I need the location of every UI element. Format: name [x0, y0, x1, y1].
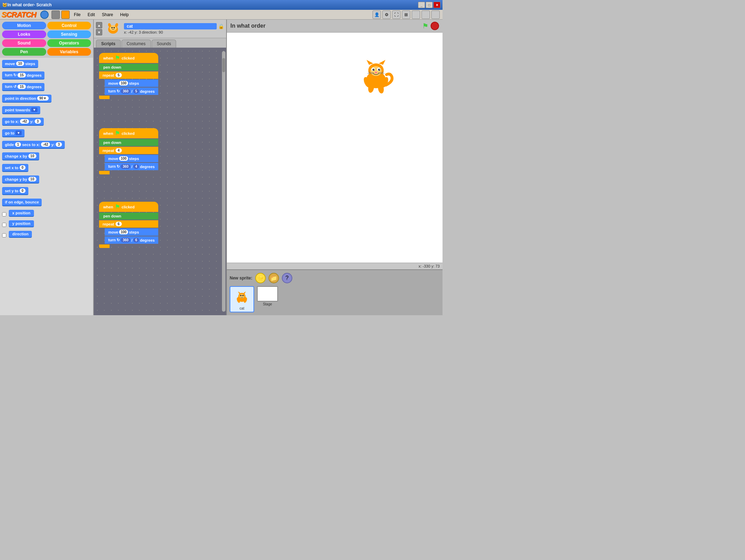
svg-marker-9	[367, 60, 373, 65]
globe-icon[interactable]	[40, 11, 49, 19]
tab-scripts[interactable]: Scripts	[96, 40, 121, 48]
zoom-icon[interactable]: ⊞	[402, 11, 410, 19]
stage-controls: ⚑	[422, 22, 439, 30]
file-menu[interactable]: File	[71, 12, 83, 18]
sprite-cat-thumb[interactable]: cat	[230, 286, 254, 312]
layout-icon2[interactable]	[422, 11, 430, 19]
folder-sprite-button[interactable]: 📁	[269, 273, 279, 283]
cat-thumb-label: cat	[239, 306, 244, 310]
svg-point-14	[378, 69, 380, 71]
scripts-scrollbar[interactable]	[222, 51, 225, 312]
edit-menu[interactable]: Edit	[85, 12, 98, 18]
lock-icon[interactable]: 🔒	[218, 23, 224, 29]
block-x-position[interactable]: x position	[9, 210, 34, 217]
block-move-steps[interactable]: move 10 steps	[2, 60, 38, 68]
sprites-row: cat Stage	[230, 286, 440, 312]
block-point-towards[interactable]: point towards ▼	[2, 106, 40, 114]
sprite-nav-down[interactable]: ▼	[96, 29, 102, 35]
layout-icon3[interactable]	[431, 11, 440, 19]
stage-title: In what order	[230, 23, 422, 29]
scripts-area[interactable]: when ⚑ clicked pen down repeat 5 move 10…	[94, 48, 226, 315]
stage-thumb-label: Stage	[262, 302, 273, 307]
stage-canvas[interactable]	[227, 33, 443, 263]
green-flag-button[interactable]: ⚑	[422, 22, 429, 30]
block-turn-ccw[interactable]: turn ↺ 15 degrees	[2, 83, 44, 91]
block-go-to-xy[interactable]: go to x: -42 y: 3	[2, 118, 44, 126]
cat-thumb-image	[231, 288, 252, 306]
sprite-name-field[interactable]: cat	[124, 23, 217, 29]
middle-panel: ▲ ▼ cat 🔒 x: -42 y: 3	[94, 20, 227, 315]
random-sprite-button[interactable]: ?	[282, 273, 292, 283]
stage-thumb-box	[257, 286, 278, 302]
stage-thumb[interactable]: Stage	[257, 286, 278, 312]
svg-point-3	[113, 27, 115, 28]
sprite-nav-up[interactable]: ▲	[96, 22, 102, 28]
category-motion[interactable]: Motion	[2, 22, 46, 29]
repeat-block-2: repeat 4 move 100 steps turn ↻ 360 / 4 d…	[99, 147, 158, 174]
minimize-button[interactable]: _	[418, 2, 425, 8]
svg-point-13	[372, 69, 375, 71]
turn-360-6-3[interactable]: turn ↻ 360 / 6 degrees	[105, 236, 158, 244]
checkbox-y-position[interactable]	[2, 223, 6, 227]
left-panel: Motion Control Looks Sensing Sound Opera…	[0, 20, 94, 315]
move-100-1[interactable]: move 100 steps	[105, 79, 158, 87]
block-set-y[interactable]: set y to 0	[2, 187, 28, 195]
repeat-block-3: repeat 6 move 100 steps turn ↻ 360 / 6 d…	[99, 220, 158, 248]
category-variables[interactable]: Variables	[47, 48, 91, 56]
stop-button[interactable]	[431, 22, 439, 30]
tab-sounds[interactable]: Sounds	[152, 40, 176, 48]
script-tabs: Scripts Costumes Sounds	[94, 38, 226, 48]
sprite-header: ▲ ▼ cat 🔒 x: -42 y: 3	[94, 20, 226, 38]
share-menu[interactable]: Share	[99, 12, 116, 18]
category-operators[interactable]: Operators	[47, 39, 91, 47]
close-button[interactable]: ✕	[433, 2, 440, 8]
layout-icon1[interactable]	[412, 11, 420, 19]
category-pen[interactable]: Pen	[2, 48, 46, 56]
block-set-x[interactable]: set x to 0	[2, 164, 28, 172]
svg-point-17	[375, 72, 377, 73]
person-icon[interactable]: 👤	[372, 11, 381, 19]
block-y-position[interactable]: y position	[9, 220, 34, 227]
pen-down-3[interactable]: pen down	[99, 213, 158, 220]
fullscreen-icon[interactable]: ⛶	[392, 11, 401, 19]
svg-marker-10	[379, 60, 385, 65]
category-sensing[interactable]: Sensing	[47, 30, 91, 38]
block-direction[interactable]: direction	[9, 231, 32, 238]
block-change-y[interactable]: change y by 10	[2, 175, 39, 184]
scrollbar-thumb	[222, 58, 225, 72]
cat-sprite[interactable]	[355, 57, 397, 96]
block-turn-cw[interactable]: turn ↻ 15 degrees	[2, 71, 44, 79]
move-100-3[interactable]: move 100 steps	[105, 228, 158, 236]
maximize-button[interactable]: □	[426, 2, 433, 8]
help-menu[interactable]: Help	[117, 12, 132, 18]
hat-block-2[interactable]: when ⚑ clicked	[99, 128, 158, 138]
svg-point-2	[111, 27, 113, 28]
main-area: Motion Control Looks Sensing Sound Opera…	[0, 20, 443, 315]
block-glide[interactable]: glide 1 secs to x: -42 y: 3	[2, 141, 65, 149]
gear-icon[interactable]: ⚙	[382, 11, 391, 19]
title-bar: 🐱 In what order- Scratch _ □ ✕	[0, 0, 443, 10]
block-point-direction[interactable]: point in direction 90▼	[2, 95, 51, 103]
category-looks[interactable]: Looks	[2, 30, 46, 38]
new-sprite-row: New sprite: ⭐ 📁 ?	[230, 273, 440, 283]
tab-costumes[interactable]: Costumes	[121, 40, 151, 48]
pen-down-2[interactable]: pen down	[99, 139, 158, 146]
svg-point-32	[242, 295, 244, 296]
block-edge-bounce[interactable]: if on edge, bounce	[2, 199, 42, 206]
checkbox-direction[interactable]	[2, 233, 6, 237]
pen-down-1[interactable]: pen down	[99, 64, 158, 71]
hat-block-1[interactable]: when ⚑ clicked	[99, 53, 158, 63]
move-100-2[interactable]: move 100 steps	[105, 155, 158, 162]
turn-360-4-2[interactable]: turn ↻ 360 / 4 degrees	[105, 163, 158, 170]
checkbox-x-position[interactable]	[2, 212, 6, 216]
block-change-x[interactable]: change x by 10	[2, 152, 39, 160]
category-control[interactable]: Control	[47, 22, 91, 29]
category-sound[interactable]: Sound	[2, 39, 46, 47]
save-button[interactable]	[51, 11, 60, 19]
hat-block-3[interactable]: when ⚑ clicked	[99, 202, 158, 212]
sprite-thumbnail	[104, 22, 122, 36]
export-button[interactable]	[61, 11, 70, 19]
paint-sprite-button[interactable]: ⭐	[255, 273, 266, 283]
block-go-to[interactable]: go to ▼	[2, 129, 25, 137]
turn-360-5-1[interactable]: turn ↻ 360 / 5 degrees	[105, 88, 158, 95]
